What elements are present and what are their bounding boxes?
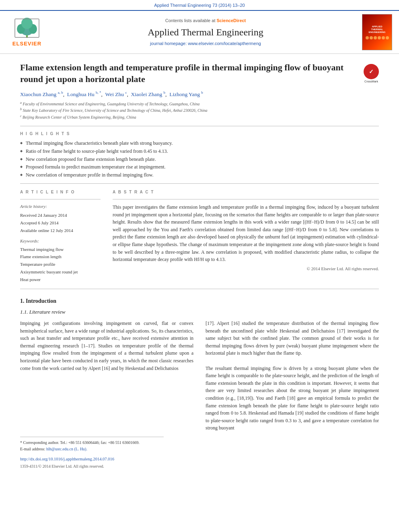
science-direct-anchor[interactable]: ScienceDirect <box>217 18 246 23</box>
journal-header: " " " " " ELSEVIER Contents lists availa… <box>0 10 399 54</box>
cover-decoration <box>366 36 389 39</box>
keyword-item: Axisymmetric buoyant round jet <box>20 268 101 276</box>
received-date: Received 24 January 2014 <box>20 212 101 219</box>
keyword-item: Heat power <box>20 276 101 283</box>
crossmark-badge: ✓ CrossMark <box>364 64 379 84</box>
crossmark-label: CrossMark <box>364 80 379 84</box>
authors-line: Xiaochun Zhang a, b, Longhua Hu b, *, We… <box>20 90 379 98</box>
cover-title-text: APPLIEDTHERMALENGINEERING <box>368 25 385 34</box>
journal-cover-image: APPLIEDTHERMALENGINEERING <box>362 14 392 50</box>
abstract-col: A B S T R A C T This paper investigates … <box>113 189 379 283</box>
journal-center: Contents lists available at ScienceDirec… <box>53 18 358 47</box>
footnote-divider <box>20 437 164 437</box>
svg-point-4 <box>21 18 33 29</box>
body-col-right: [17]. Alpert [16] studied the temperatur… <box>206 320 379 432</box>
doi-link[interactable]: http://dx.doi.org/10.1016/j.applthermale… <box>20 457 114 461</box>
body-columns: Impinging jet configurations involving i… <box>20 320 379 432</box>
list-item: Ratio of free flame height to source-pla… <box>20 148 379 155</box>
keyword-item: Thermal impinging flow <box>20 246 101 253</box>
list-item: Thermal impinging flow characteristics b… <box>20 140 379 147</box>
issn-copyright: 1359-4311/© 2014 Elsevier Ltd. All right… <box>20 464 379 469</box>
divider-abstract <box>113 199 379 199</box>
article-dates: Received 24 January 2014 Accepted 6 July… <box>20 212 101 234</box>
info-abstract-section: A R T I C L E I N F O Article history: R… <box>20 189 379 283</box>
author-xiaochun: Xiaochun Zhang <box>20 91 56 97</box>
highlights-label: H I G H L I G H T S <box>20 131 379 137</box>
article-history-label: Article history: <box>20 203 101 210</box>
article-info-label: A R T I C L E I N F O <box>20 189 101 195</box>
article-info-col: A R T I C L E I N F O Article history: R… <box>20 189 101 283</box>
abstract-copyright: © 2014 Elsevier Ltd. All rights reserved… <box>113 266 379 272</box>
highlights-list: Thermal impinging flow characteristics b… <box>20 140 379 179</box>
available-date: Available online 12 July 2014 <box>20 227 101 234</box>
elsevier-tree-icon: " " " " " <box>13 17 41 39</box>
body-col-left: Impinging jet configurations involving i… <box>20 320 193 432</box>
abstract-label: A B S T R A C T <box>113 189 379 195</box>
journal-citation: Applied Thermal Engineering 73 (2014) 13… <box>0 0 399 10</box>
affiliations: a Faculty of Environmental Science and E… <box>20 101 379 120</box>
list-item: New correlation of temperature profile i… <box>20 172 379 179</box>
author-longhua: Longhua Hu <box>67 91 95 97</box>
list-item: New correlation proposed for flame exten… <box>20 156 379 163</box>
highlights-section: H I G H L I G H T S Thermal impinging fl… <box>20 131 379 179</box>
email-link[interactable]: hlh@ustc.edu.cn (L. Hu). <box>46 447 87 451</box>
divider-1 <box>20 126 379 126</box>
abstract-text: This paper investigates the flame extens… <box>113 203 379 263</box>
footnotes: * Corresponding author. Tel.: +86 551 63… <box>20 440 379 452</box>
article-title: Flame extension length and temperature p… <box>20 62 358 85</box>
crossmark-icon: ✓ <box>364 64 379 79</box>
subsection-title: 1.1. Literature review <box>20 308 379 316</box>
journal-title: Applied Thermal Engineering <box>53 26 358 39</box>
divider-info <box>20 199 101 199</box>
keywords-label: Keywords: <box>20 238 101 244</box>
intro-para-2: [17]. Alpert [16] studied the temperatur… <box>206 320 379 432</box>
doi-link-section: http://dx.doi.org/10.1016/j.applthermale… <box>20 456 379 462</box>
email-footnote: E-mail address: hlh@ustc.edu.cn (L. Hu). <box>20 446 379 452</box>
article-title-section: Flame extension length and temperature p… <box>20 62 379 85</box>
section-title: 1. Introduction <box>20 297 379 305</box>
introduction-section: 1. Introduction 1.1. Literature review I… <box>20 297 379 432</box>
science-direct-link: Contents lists available at ScienceDirec… <box>53 18 358 24</box>
journal-cover: APPLIEDTHERMALENGINEERING <box>362 14 394 50</box>
keywords-list: Thermal impinging flow Flame extension l… <box>20 246 101 283</box>
journal-citation-text: Applied Thermal Engineering 73 (2014) 13… <box>154 3 245 8</box>
author-wei: Wei Zhu <box>105 91 124 97</box>
article-content: Flame extension length and temperature p… <box>0 54 399 477</box>
corresponding-author: * Corresponding author. Tel.: +86 551 63… <box>20 440 379 446</box>
author-lizhong: Lizhong Yang <box>169 91 200 97</box>
list-item: Proposed formula to predict maximum temp… <box>20 164 379 170</box>
keyword-item: Temperature profile <box>20 261 101 268</box>
intro-para-1: Impinging jet configurations involving i… <box>20 320 193 372</box>
divider-3 <box>20 289 379 289</box>
elsevier-logo: " " " " " ELSEVIER <box>5 17 49 47</box>
journal-homepage: journal homepage: www.elsevier.com/locat… <box>53 41 358 47</box>
elsevier-wordmark: ELSEVIER <box>12 40 41 47</box>
keyword-item: Flame extension length <box>20 253 101 261</box>
divider-2 <box>20 183 379 184</box>
author-xiaolei: Xiaolei Zhang <box>131 91 162 97</box>
accepted-date: Accepted 6 July 2014 <box>20 219 101 227</box>
